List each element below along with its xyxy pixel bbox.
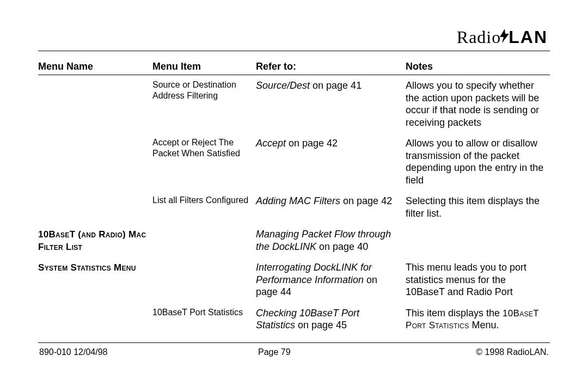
table-row: 10BaseT Port Statistics Checking 10BaseT… <box>38 303 550 336</box>
footer-doc-id: 890-010 12/04/98 <box>39 347 257 357</box>
brand-text-radio: Radio <box>457 27 501 47</box>
table-row: System Statistics Menu Interrogating Doc… <box>38 257 550 303</box>
cell-refer-to: Accept on page 42 <box>256 133 406 191</box>
cell-refer-to: Adding MAC Filters on page 42 <box>256 191 406 224</box>
col-menu-name: Menu Name <box>38 61 152 75</box>
brand-logo: RadioLAN <box>38 27 550 47</box>
col-refer-to: Refer to: <box>256 61 406 75</box>
table-row: 10BaseT (and Radio) Mac Filter List Mana… <box>38 224 550 257</box>
cell-menu-name <box>38 191 152 224</box>
cell-notes: This item displays the 10BaseT Port Stat… <box>406 303 550 336</box>
cell-menu-name: 10BaseT (and Radio) Mac Filter List <box>38 224 152 257</box>
cell-menu-name <box>38 75 152 133</box>
cell-menu-item: Source or Destination Address Filtering <box>152 75 256 133</box>
table-row: List all Filters Configured Adding MAC F… <box>38 191 550 224</box>
table-header-row: Menu Name Menu Item Refer to: Notes <box>38 61 550 75</box>
document-page: RadioLAN Menu Name Menu Item Refer to: N… <box>0 0 588 380</box>
cell-menu-item: Accept or Reject The Packet When Satisfi… <box>152 133 256 191</box>
table-row: Source or Destination Address Filtering … <box>38 75 550 133</box>
cell-menu-name <box>38 303 152 336</box>
cell-menu-item <box>152 257 256 303</box>
brand-text-lan: LAN <box>509 27 548 47</box>
footer-page-number: Page 79 <box>258 347 439 357</box>
svg-marker-0 <box>500 29 509 43</box>
cell-notes <box>406 224 550 257</box>
cell-notes: Allows you to allow or disallow transmis… <box>406 133 550 191</box>
cell-refer-to: Interrogating DockLINK for Performance I… <box>256 257 406 303</box>
cell-notes: This menu leads you to port statistics m… <box>406 257 550 303</box>
cell-notes: Allows you to specify whether the action… <box>406 75 550 133</box>
col-notes: Notes <box>406 61 550 75</box>
cell-menu-item <box>152 224 256 257</box>
cell-refer-to: Source/Dest on page 41 <box>256 75 406 133</box>
cell-menu-name <box>38 133 152 191</box>
cell-menu-item: List all Filters Configured <box>152 191 256 224</box>
document-table: Menu Name Menu Item Refer to: Notes Sour… <box>38 61 550 336</box>
cell-refer-to: Checking 10BaseT Port Statistics on page… <box>256 303 406 336</box>
cell-refer-to: Managing Packet Flow through the DockLIN… <box>256 224 406 257</box>
table-row: Accept or Reject The Packet When Satisfi… <box>38 133 550 191</box>
cell-menu-item: 10BaseT Port Statistics <box>152 303 256 336</box>
page-footer: 890-010 12/04/98 Page 79 © 1998 RadioLAN… <box>38 342 550 358</box>
cell-menu-name: System Statistics Menu <box>38 257 152 303</box>
cell-notes: Selecting this item displays the filter … <box>406 191 550 224</box>
col-menu-item: Menu Item <box>152 61 256 75</box>
footer-copyright: © 1998 RadioLAN. <box>440 347 549 357</box>
header-rule <box>38 51 550 51</box>
footer-row: 890-010 12/04/98 Page 79 © 1998 RadioLAN… <box>38 346 550 358</box>
